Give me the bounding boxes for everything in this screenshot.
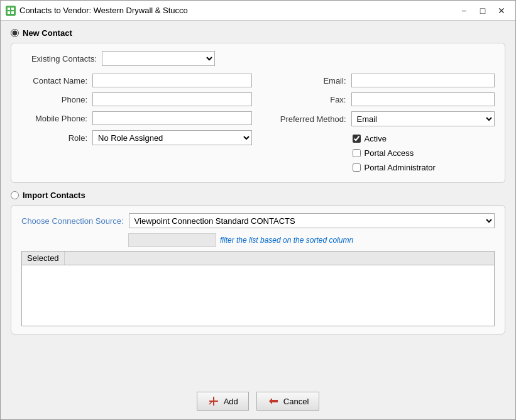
choose-connection-row: Choose Connection Source: Viewpoint Conn… [21,213,495,228]
main-window: Contacts to Vendor: Western Drywall & St… [0,0,516,420]
filter-text: filter the list based on the sorted colu… [220,236,353,245]
minimize-button[interactable]: − [455,4,473,18]
svg-rect-1 [11,8,14,10]
contacts-table: Selected [21,251,495,326]
fax-row: Fax: [265,92,495,106]
existing-contacts-label: Existing Contacts: [21,54,97,64]
form-right-col: Email: Fax: Preferred Method: Email Phon… [265,74,495,175]
connection-source-select[interactable]: Viewpoint Connection Standard CONTACTS [129,213,495,228]
active-row: Active [353,134,495,143]
selected-column-header[interactable]: Selected [22,251,65,265]
new-contact-radio[interactable] [11,29,19,37]
import-contact-label: Import Contacts [23,191,85,200]
table-body [22,265,494,322]
portal-admin-label: Portal Administrator [365,163,436,172]
active-checkbox[interactable] [353,135,361,143]
import-box: Choose Connection Source: Viewpoint Conn… [11,205,505,334]
active-label: Active [365,134,387,143]
portal-access-checkbox[interactable] [353,149,361,157]
portal-access-label: Portal Access [365,148,414,158]
form-grid: Contact Name: Phone: Mobile Phone: Role: [21,74,495,175]
portal-admin-checkbox[interactable] [353,163,361,172]
role-label: Role: [21,133,87,143]
app-icon [6,6,16,16]
import-contact-radio-row: Import Contacts [11,191,505,200]
phone-row: Phone: [21,92,252,106]
contact-name-row: Contact Name: [21,74,252,87]
cancel-icon [267,395,280,407]
maximize-button[interactable]: □ [474,4,491,18]
existing-contacts-select[interactable] [102,51,215,66]
choose-connection-label: Choose Connection Source: [21,216,124,226]
email-input[interactable] [351,74,495,87]
mobile-phone-label: Mobile Phone: [21,114,87,123]
add-label: Add [224,397,238,406]
svg-marker-6 [269,398,278,404]
preferred-method-select[interactable]: Email Phone Fax Mobile [351,111,495,126]
cancel-label: Cancel [283,397,309,406]
contact-name-label: Contact Name: [21,76,87,86]
import-section: Import Contacts Choose Connection Source… [11,191,505,334]
svg-rect-0 [8,8,10,10]
form-left-col: Contact Name: Phone: Mobile Phone: Role: [21,74,252,175]
email-row: Email: [265,74,495,87]
cancel-button[interactable]: Cancel [256,392,319,411]
add-button[interactable]: Add [197,392,249,411]
close-button[interactable]: ✕ [493,4,510,18]
footer: Add Cancel [1,385,515,419]
filter-input[interactable] [128,233,216,247]
portal-admin-row: Portal Administrator [353,163,495,172]
window-controls: − □ ✕ [455,4,510,18]
preferred-method-label: Preferred Method: [265,114,346,124]
portal-access-row: Portal Access [353,148,495,158]
preferred-method-row: Preferred Method: Email Phone Fax Mobile [265,111,495,126]
contact-name-input[interactable] [92,74,252,87]
checkbox-area: Active Portal Access Portal Administrato… [265,134,495,175]
fax-input[interactable] [351,92,495,106]
fax-label: Fax: [265,95,346,104]
phone-input[interactable] [92,92,252,106]
role-select[interactable]: No Role Assigned Primary Secondary Billi… [92,130,252,145]
new-contact-label: New Contact [23,28,72,38]
filter-row: filter the list based on the sorted colu… [21,233,495,247]
email-label: Email: [265,76,346,86]
phone-label: Phone: [21,95,87,104]
add-icon [207,395,220,407]
import-contact-radio[interactable] [11,191,19,199]
mobile-phone-row: Mobile Phone: [21,111,252,125]
new-contact-radio-row: New Contact [11,28,505,38]
content-area: New Contact Existing Contacts: Contact N… [1,21,515,385]
table-header: Selected [22,251,494,265]
title-bar: Contacts to Vendor: Western Drywall & St… [1,1,515,21]
svg-rect-5 [213,397,214,406]
mobile-phone-input[interactable] [92,111,252,125]
role-row: Role: No Role Assigned Primary Secondary… [21,130,252,145]
window-title: Contacts to Vendor: Western Drywall & St… [19,6,455,15]
new-contact-box: Existing Contacts: Contact Name: Phone: [11,43,505,183]
svg-rect-2 [8,11,10,14]
svg-rect-3 [11,11,14,14]
existing-contacts-row: Existing Contacts: [21,51,495,66]
